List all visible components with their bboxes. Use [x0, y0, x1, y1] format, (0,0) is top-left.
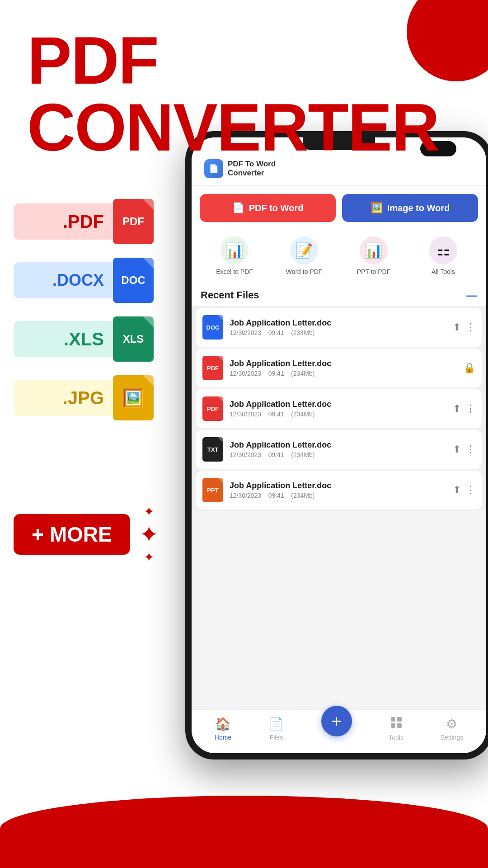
- img-btn-icon: 🖼️: [371, 202, 383, 214]
- share-icon-4[interactable]: ⬆: [453, 443, 461, 455]
- doc-tool-icon: 📝: [295, 242, 313, 259]
- docx-pill: .DOCX: [14, 262, 113, 298]
- file-date-5: 12/30/2023: [230, 492, 261, 499]
- file-info-5: Job Application Letter.doc 12/30/2023 09…: [230, 481, 446, 499]
- share-icon-5[interactable]: ⬆: [453, 484, 461, 496]
- tool-excel-to-pdf[interactable]: 📊 Excel to PDF: [200, 236, 269, 275]
- sparkle-top-icon: ✦: [144, 504, 154, 519]
- file-icon-txt-4: TXT: [202, 437, 223, 462]
- file-actions-1: ⬆ ⋮: [453, 321, 475, 333]
- xls-pill: .XLS: [14, 321, 113, 357]
- file-item-1[interactable]: DOC Job Application Letter.doc 12/30/202…: [196, 308, 482, 347]
- file-type-pdf-label-2: PDF: [207, 365, 219, 372]
- tools-label: Tools: [389, 734, 404, 741]
- file-date-3: 12/30/2023: [230, 410, 261, 418]
- more-menu-icon-1[interactable]: ⋮: [465, 321, 475, 333]
- share-icon-1[interactable]: ⬆: [453, 321, 461, 333]
- pdf-icon: PDF: [113, 199, 154, 244]
- xls-ext-label: .XLS: [64, 329, 104, 349]
- files-icon: 📄: [268, 717, 284, 731]
- nav-files[interactable]: 📄 Files: [268, 717, 284, 741]
- img-btn-label: Image to Word: [387, 203, 450, 213]
- tool-ppt-icon-bg: 📊: [360, 236, 388, 264]
- app-name-line2: Converter: [228, 169, 276, 178]
- home-icon: 🏠: [215, 717, 231, 731]
- title-section: PDF CONVERTER: [27, 27, 439, 161]
- tool-doc-label: Word to PDF: [286, 268, 323, 275]
- file-info-1: Job Application Letter.doc 12/30/2023 09…: [230, 318, 446, 336]
- sparkle-center-icon: ✦: [139, 521, 159, 548]
- file-item-4[interactable]: TXT Job Application Letter.doc 12/30/202…: [196, 430, 482, 469]
- pdf-btn-label: PDF to Word: [249, 203, 304, 213]
- file-item-5[interactable]: PPT Job Application Letter.doc 12/30/202…: [196, 471, 482, 509]
- file-actions-4: ⬆ ⋮: [453, 443, 475, 455]
- nav-settings[interactable]: ⚙ Settings: [441, 717, 464, 741]
- file-name-5: Job Application Letter.doc: [230, 481, 446, 491]
- image-to-word-button[interactable]: 🖼️ Image to Word: [342, 194, 478, 222]
- more-menu-icon-5[interactable]: ⋮: [465, 484, 475, 496]
- file-size-1: 234Mb: [293, 329, 313, 336]
- tool-doc-icon-bg: 📝: [290, 236, 318, 264]
- file-type-ppt-label-5: PPT: [207, 487, 218, 494]
- jpg-icon: 🖼️: [113, 375, 154, 420]
- phone-screen: 📄 PDF To Word Converter 📄 PDF to Word 🖼️…: [192, 137, 486, 753]
- file-info-4: Job Application Letter.doc 12/30/2023 09…: [230, 440, 446, 458]
- tool-all-tools[interactable]: ⚏ All Tools: [408, 236, 478, 275]
- file-type-txt-label-4: TXT: [207, 446, 219, 453]
- file-name-3: Job Application Letter.doc: [230, 400, 446, 409]
- tool-all-label: All Tools: [432, 268, 455, 275]
- title-line1: PDF: [27, 27, 439, 94]
- jpg-ext-label: .JPG: [63, 388, 104, 408]
- all-tool-icon: ⚏: [437, 242, 450, 259]
- pdf-to-word-button[interactable]: 📄 PDF to Word: [200, 194, 336, 222]
- nav-tools[interactable]: Tools: [389, 716, 404, 741]
- file-meta-5: 12/30/2023 09:41 (234Mb): [230, 492, 446, 499]
- file-actions-5: ⬆ ⋮: [453, 484, 475, 496]
- tool-xls-label: Excel to PDF: [216, 268, 253, 275]
- file-info-3: Job Application Letter.doc 12/30/2023 09…: [230, 400, 446, 418]
- files-label: Files: [270, 734, 283, 741]
- file-date-4: 12/30/2023: [230, 451, 261, 458]
- jpg-icon-label: 🖼️: [122, 387, 145, 409]
- file-time-5: 09:41: [268, 492, 284, 499]
- more-menu-icon-3[interactable]: ⋮: [465, 403, 475, 415]
- phone-container: 📄 PDF To Word Converter 📄 PDF to Word 🖼️…: [185, 131, 488, 836]
- file-name-2: Job Application Letter.doc: [230, 359, 457, 368]
- doc-icon-label: DOC: [121, 274, 145, 287]
- file-name-4: Job Application Letter.doc: [230, 440, 446, 450]
- recent-collapse-icon[interactable]: —: [466, 289, 477, 302]
- svg-rect-1: [397, 717, 402, 722]
- tool-word-to-pdf[interactable]: 📝 Word to PDF: [269, 236, 339, 275]
- home-label: Home: [215, 734, 231, 741]
- file-time-3: 09:41: [268, 410, 284, 418]
- app-buttons-row: 📄 PDF to Word 🖼️ Image to Word: [192, 186, 486, 230]
- share-icon-3[interactable]: ⬆: [453, 403, 461, 415]
- file-meta-4: 12/30/2023 09:41 (234Mb): [230, 451, 446, 458]
- settings-label: Settings: [441, 734, 464, 741]
- svg-rect-2: [391, 723, 395, 728]
- xls-icon: XLS: [113, 316, 154, 362]
- tools-row: 📊 Excel to PDF 📝 Word to PDF 📊 PPT to PD…: [192, 230, 486, 282]
- sparkles-decoration: ✦ ✦ ✦: [139, 504, 159, 565]
- tool-ppt-to-pdf[interactable]: 📊 PPT to PDF: [339, 236, 408, 275]
- file-size-5: 234Mb: [293, 492, 313, 499]
- more-button[interactable]: + MORE: [14, 514, 130, 555]
- pdf-icon-label: PDF: [122, 215, 144, 228]
- file-size-2: 234Mb: [293, 370, 313, 377]
- file-actions-2: 🔒: [463, 362, 475, 374]
- title-line2: CONVERTER: [27, 94, 439, 161]
- nav-home[interactable]: 🏠 Home: [215, 717, 231, 741]
- xls-icon-label: XLS: [123, 333, 144, 345]
- file-icon-pdf-3: PDF: [202, 396, 223, 421]
- file-types-section: .PDF PDF .DOCX DOC .XLS XLS .JPG 🖼️: [14, 199, 154, 420]
- jpg-pill: .JPG: [14, 380, 113, 416]
- file-time-1: 09:41: [268, 329, 284, 336]
- file-type-docx: .DOCX DOC: [14, 258, 154, 303]
- file-item-2[interactable]: PDF Job Application Letter.doc 12/30/202…: [196, 349, 482, 387]
- file-item-3[interactable]: PDF Job Application Letter.doc 12/30/202…: [196, 389, 482, 428]
- file-type-jpg: .JPG 🖼️: [14, 375, 154, 420]
- lock-icon-2[interactable]: 🔒: [463, 362, 475, 374]
- more-menu-icon-4[interactable]: ⋮: [465, 443, 475, 455]
- nav-fab-button[interactable]: +: [321, 706, 352, 736]
- file-meta-1: 12/30/2023 09:41 (234Mb): [230, 329, 446, 336]
